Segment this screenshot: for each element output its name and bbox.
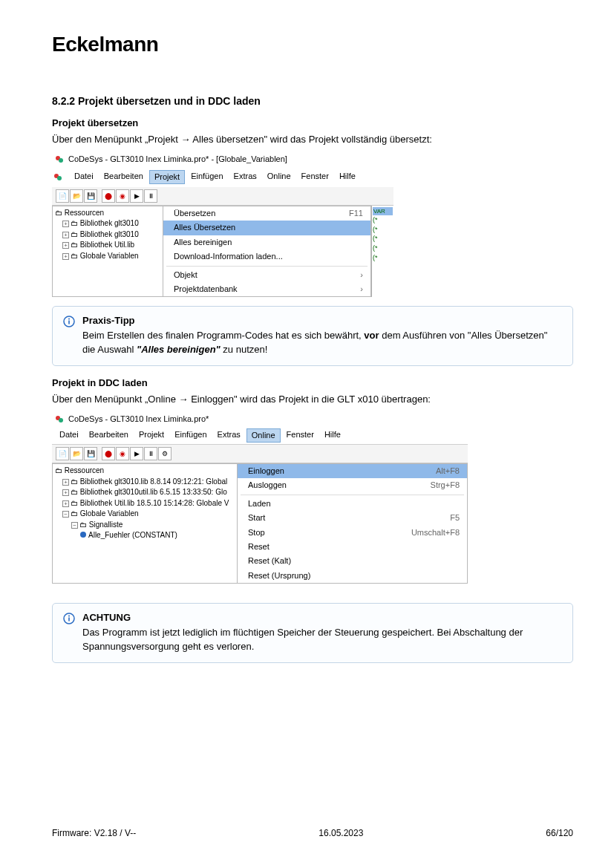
tip-bolditalic: "Alles bereinigen" xyxy=(137,344,221,355)
screenshot-2: CoDeSys - GLT3010 Inex Liminka.pro* Date… xyxy=(52,412,468,584)
info-icon xyxy=(63,613,75,624)
toolbar-btn[interactable]: ⬤ xyxy=(102,447,115,460)
menu-item[interactable]: Einfügen xyxy=(186,170,227,184)
tree-item[interactable]: +🗀 Bibliothek glt3010.lib 8.8.14 09:12:2… xyxy=(55,477,235,488)
toolbar-2[interactable]: 📄 📂 💾 ⬤ ◉ ▶ ⏸ ⚙ xyxy=(52,445,468,463)
menu-item[interactable]: Projekt xyxy=(134,428,169,443)
window-title: CoDeSys - GLT3010 Inex Liminka.pro* - [G… xyxy=(68,154,287,165)
svg-point-3 xyxy=(57,176,62,180)
menu-item[interactable]: Hilfe xyxy=(335,170,360,184)
info-icon xyxy=(63,316,75,327)
svg-rect-11 xyxy=(68,618,70,621)
app-icon xyxy=(55,414,65,424)
menu-item[interactable]: Datei xyxy=(55,428,83,443)
toolbar-btn[interactable]: 📄 xyxy=(56,447,69,460)
page-footer: Firmware: V2.18 / V-- 16.05.2023 66/120 xyxy=(52,827,573,840)
footer-date: 16.05.2023 xyxy=(319,827,363,840)
menu-item[interactable]: Reset xyxy=(238,540,467,554)
menu-item[interactable]: Reset (Ursprung) xyxy=(238,569,467,583)
app-icon xyxy=(55,154,65,164)
toolbar-1[interactable]: 📄 📂 💾 ⬤ ◉ ▶ ⏸ xyxy=(52,187,393,206)
menu-item[interactable]: StartF5 xyxy=(238,511,467,525)
tree-item[interactable]: Alle_Fuehler (CONSTANT) xyxy=(71,530,235,541)
menu-item[interactable]: EinloggenAlt+F8 xyxy=(238,464,467,478)
tip-text: zu nutzen! xyxy=(221,344,268,355)
tree-item[interactable]: +🗀 Bibliothek Util.lib 18.5.10 15:14:28:… xyxy=(55,498,235,509)
subheading-1: Projekt übersetzen xyxy=(52,117,573,130)
menu-item[interactable]: Download-Information laden... xyxy=(163,249,370,264)
menu-item[interactable]: Bearbeiten xyxy=(99,170,148,184)
tree-item[interactable]: +🗀 Bibliothek Util.lib xyxy=(55,240,160,251)
var-header: VAR xyxy=(373,207,393,215)
menu-item[interactable]: Projekt xyxy=(149,170,185,184)
praxis-tipp-callout: Praxis-Tipp Beim Erstellen des finalen P… xyxy=(52,306,573,366)
tree-root: Ressourcen xyxy=(65,209,104,217)
subheading-2: Projekt in DDC laden xyxy=(52,376,573,390)
brand-logo: Eckelmann xyxy=(52,30,573,59)
menu-item[interactable]: Projektdatenbank› xyxy=(163,282,370,296)
tree-item[interactable]: +🗀 Globale Variablen xyxy=(55,251,160,262)
toolbar-btn[interactable]: ◉ xyxy=(116,447,129,460)
tree-1[interactable]: 🗀 Ressourcen +🗀 Bibliothek glt3010+🗀 Bib… xyxy=(52,206,163,297)
toolbar-btn[interactable]: ▶ xyxy=(130,189,143,203)
tip-body: Beim Erstellen des finalen Programm-Code… xyxy=(82,329,562,356)
tree-item[interactable]: +🗀 Bibliothek glt3010 xyxy=(55,218,160,229)
svg-point-5 xyxy=(68,319,70,320)
menubar-1[interactable]: DateiBearbeitenProjektEinfügenExtrasOnli… xyxy=(67,169,391,186)
section-number: 8.2.2 xyxy=(52,95,75,107)
menu-item[interactable]: Reset (Kalt) xyxy=(238,554,467,568)
dropdown-projekt[interactable]: ÜbersetzenF11Alles ÜbersetzenAlles berei… xyxy=(163,206,371,297)
menu-item[interactable]: Alles bereinigen xyxy=(163,235,370,249)
menubar-2[interactable]: DateiBearbeitenProjektEinfügenExtrasOnli… xyxy=(52,427,468,445)
menu-item[interactable]: AusloggenStrg+F8 xyxy=(238,478,467,492)
achtung-callout: ACHTUNG Das Programm ist jetzt lediglich… xyxy=(52,603,573,663)
menu-item[interactable]: Datei xyxy=(70,170,98,184)
toolbar-btn[interactable]: ▶ xyxy=(130,447,143,460)
toolbar-btn[interactable]: 📂 xyxy=(70,189,83,203)
toolbar-btn[interactable]: ⬤ xyxy=(102,189,115,203)
dropdown-online[interactable]: EinloggenAlt+F8AusloggenStrg+F8LadenStar… xyxy=(237,463,468,584)
folder-icon: 🗀 xyxy=(55,466,62,474)
menu-item[interactable]: Extras xyxy=(213,428,245,443)
menu-item[interactable]: Laden xyxy=(238,497,467,511)
warn-title: ACHTUNG xyxy=(82,611,562,624)
window-title-2: CoDeSys - GLT3010 Inex Liminka.pro* xyxy=(68,414,209,425)
toolbar-btn[interactable]: 💾 xyxy=(84,189,97,203)
tree-item[interactable]: −🗀 Globale Variablen xyxy=(55,509,235,520)
menu-item[interactable]: Fenster xyxy=(282,428,319,443)
menu-item[interactable]: Bearbeiten xyxy=(85,428,133,443)
menu-item[interactable]: Objekt› xyxy=(163,268,370,282)
folder-icon: 🗀 xyxy=(55,209,62,217)
footer-page: 66/120 xyxy=(546,827,573,840)
tree-item[interactable]: −🗀 Signalliste xyxy=(71,520,235,531)
tree-root: Ressourcen xyxy=(65,466,104,474)
menu-item[interactable]: StopUmschalt+F8 xyxy=(238,526,467,540)
footer-firmware: Firmware: V2.18 / V-- xyxy=(52,827,136,840)
toolbar-btn[interactable]: ◉ xyxy=(116,189,129,203)
menu-item[interactable]: Online xyxy=(246,428,281,443)
menu-item[interactable]: ÜbersetzenF11 xyxy=(163,206,370,221)
toolbar-btn[interactable]: 📂 xyxy=(70,447,83,460)
menu-item[interactable]: Extras xyxy=(229,170,261,184)
tree-item[interactable]: +🗀 Bibliothek glt3010util.lib 6.5.15 13:… xyxy=(55,487,235,498)
toolbar-btn[interactable]: ⚙ xyxy=(158,447,172,460)
menu-item[interactable]: Fenster xyxy=(297,170,333,184)
toolbar-btn[interactable]: ⏸ xyxy=(144,189,157,203)
tip-text: Beim Erstellen des finalen Programm-Code… xyxy=(82,330,364,341)
svg-point-8 xyxy=(59,418,63,422)
section-heading: 8.2.2 Projekt übersetzen und in DDC lade… xyxy=(52,94,573,109)
toolbar-btn[interactable]: ⏸ xyxy=(144,447,157,460)
menu-item[interactable]: Online xyxy=(263,170,295,184)
svg-rect-6 xyxy=(68,321,70,324)
editor-gutter: VAR (*(*(*(*(* xyxy=(371,206,393,297)
toolbar-btn[interactable]: 💾 xyxy=(84,447,97,460)
toolbar-btn[interactable]: 📄 xyxy=(56,189,69,203)
svg-point-1 xyxy=(59,158,63,163)
tree-2[interactable]: 🗀 Ressourcen +🗀 Bibliothek glt3010.lib 8… xyxy=(52,463,238,584)
tree-item[interactable]: +🗀 Bibliothek glt3010 xyxy=(55,229,160,241)
menu-item[interactable]: Alles Übersetzen xyxy=(163,221,370,235)
svg-point-10 xyxy=(68,616,70,617)
app-icon-2 xyxy=(53,172,63,182)
menu-item[interactable]: Hilfe xyxy=(320,428,345,443)
menu-item[interactable]: Einfügen xyxy=(170,428,211,443)
